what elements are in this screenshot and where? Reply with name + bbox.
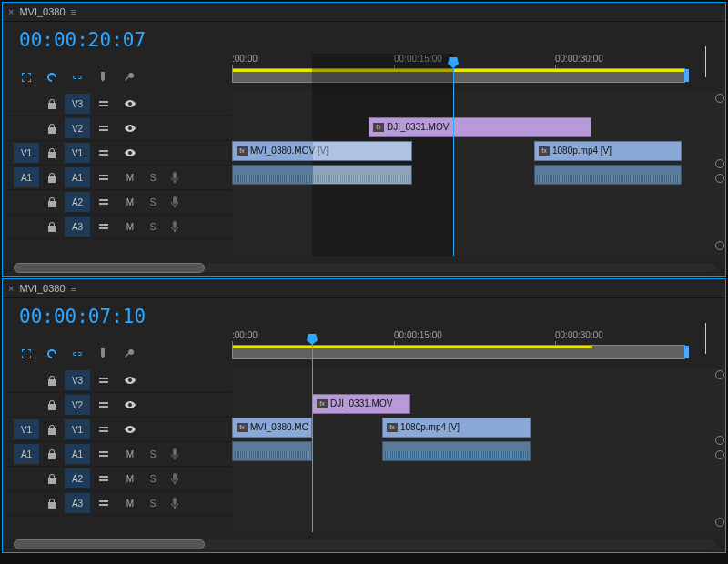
toggle-output-icon[interactable]: M <box>117 493 143 513</box>
sync-lock-icon[interactable] <box>90 493 117 513</box>
solo-button[interactable]: S <box>143 493 163 513</box>
source-patch[interactable] <box>14 370 39 390</box>
toggle-output-icon[interactable]: M <box>117 444 143 464</box>
timeline-tracks-area[interactable]: :00:0000:00:15:0000:00:30:00 fxDJI_0331.… <box>232 368 725 532</box>
track-lock[interactable] <box>39 94 65 114</box>
track-lock[interactable] <box>39 167 65 187</box>
track-lock[interactable] <box>39 444 65 464</box>
track-v2[interactable]: fxDJI_0331.MOV <box>232 116 725 139</box>
track-target[interactable]: A3 <box>65 217 90 237</box>
playhead[interactable] <box>312 339 313 532</box>
snap-icon[interactable] <box>39 343 65 365</box>
zoom-circle-icon[interactable] <box>715 94 724 103</box>
panel-menu-icon[interactable]: ≡ <box>66 283 82 294</box>
sync-lock-icon[interactable] <box>90 94 117 114</box>
timeline-clip[interactable]: fxDJI_0331.MOV <box>369 117 592 137</box>
panel-menu-icon[interactable]: ≡ <box>66 6 82 17</box>
zoom-circle-icon[interactable] <box>715 159 724 168</box>
close-icon[interactable]: × <box>3 283 19 294</box>
source-patch[interactable]: V1 <box>14 143 39 163</box>
playhead-handle[interactable] <box>307 334 318 345</box>
nest-icon[interactable] <box>14 66 39 88</box>
track-target[interactable]: A1 <box>65 444 90 464</box>
voice-record-icon[interactable] <box>163 192 187 212</box>
zoom-circle-icon[interactable] <box>715 174 724 183</box>
zoom-circle-icon[interactable] <box>715 370 724 379</box>
track-lock[interactable] <box>39 468 65 488</box>
track-v1[interactable]: fxMVI_0380.MOV [V] fx1080p.mp4 [V] <box>232 139 725 163</box>
track-lock[interactable] <box>39 118 65 138</box>
solo-button[interactable]: S <box>143 444 163 464</box>
playhead[interactable] <box>453 63 454 256</box>
track-target[interactable]: A1 <box>65 167 90 187</box>
sync-lock-icon[interactable] <box>90 167 117 187</box>
playhead-timecode[interactable]: 00:00:20:07 <box>3 22 725 58</box>
scrollbar-thumb[interactable] <box>14 263 205 273</box>
source-patch[interactable] <box>14 468 39 488</box>
voice-record-icon[interactable] <box>163 167 187 187</box>
timeline-clip[interactable]: fxMVI_0380.MOV [V] <box>232 141 412 161</box>
sync-lock-icon[interactable] <box>90 143 117 163</box>
sync-lock-icon[interactable] <box>90 444 117 464</box>
track-target[interactable]: V1 <box>65 419 90 439</box>
zoom-circle-icon[interactable] <box>715 518 724 527</box>
track-target[interactable]: A3 <box>65 493 90 513</box>
voice-record-icon[interactable] <box>163 217 187 237</box>
source-patch[interactable]: V1 <box>14 419 39 439</box>
settings-icon[interactable] <box>116 343 141 365</box>
timeline-clip[interactable]: fxMVI_0380.MO <box>232 418 312 438</box>
toggle-output-icon[interactable] <box>117 94 143 114</box>
source-patch[interactable]: A1 <box>14 444 39 464</box>
sequence-tab[interactable]: MVI_0380 <box>19 283 65 294</box>
nest-icon[interactable] <box>14 343 39 365</box>
source-patch[interactable]: A1 <box>14 167 39 187</box>
solo-button[interactable]: S <box>143 468 163 488</box>
sync-lock-icon[interactable] <box>90 419 117 439</box>
timeline-clip[interactable]: fx1080p.mp4 [V] <box>534 141 682 161</box>
track-a1[interactable] <box>232 439 725 463</box>
track-lock[interactable] <box>39 493 65 513</box>
solo-button[interactable]: S <box>143 217 163 237</box>
track-lock[interactable] <box>39 217 65 237</box>
track-v1[interactable]: fxMVI_0380.MO fx1080p.mp4 [V] <box>232 416 725 439</box>
track-target[interactable]: V2 <box>65 395 90 415</box>
sync-lock-icon[interactable] <box>90 217 117 237</box>
source-patch[interactable] <box>14 493 39 513</box>
toggle-output-icon[interactable]: M <box>117 217 143 237</box>
timeline-clip[interactable] <box>232 441 312 461</box>
work-area-bar[interactable] <box>232 68 685 83</box>
track-target[interactable]: A2 <box>65 192 90 212</box>
sync-lock-icon[interactable] <box>90 370 117 390</box>
track-target[interactable]: A2 <box>65 468 90 488</box>
toggle-output-icon[interactable] <box>117 395 143 415</box>
marker-icon[interactable] <box>90 343 116 365</box>
sync-lock-icon[interactable] <box>90 118 117 138</box>
track-lock[interactable] <box>39 370 65 390</box>
track-lock[interactable] <box>39 419 65 439</box>
source-patch[interactable] <box>14 217 39 237</box>
voice-record-icon[interactable] <box>163 444 187 464</box>
timeline-clip[interactable]: fx1080p.mp4 [V] <box>382 418 531 438</box>
close-icon[interactable]: × <box>3 6 19 17</box>
time-ruler[interactable]: :00:0000:00:15:0000:00:30:00 <box>232 330 716 343</box>
timeline-tracks-area[interactable]: :00:0000:00:15:0000:00:30:00 fxDJI_0331.… <box>232 92 725 256</box>
solo-button[interactable]: S <box>143 192 163 212</box>
settings-icon[interactable] <box>116 66 141 88</box>
track-target[interactable]: V3 <box>65 94 90 114</box>
linked-selection-icon[interactable] <box>65 66 90 88</box>
toggle-output-icon[interactable]: M <box>117 192 143 212</box>
track-lock[interactable] <box>39 395 65 415</box>
toggle-output-icon[interactable]: M <box>117 167 143 187</box>
timeline-zoom-scrollbar[interactable] <box>14 539 716 549</box>
work-area-handle[interactable] <box>684 69 689 82</box>
track-lock[interactable] <box>39 192 65 212</box>
source-patch[interactable] <box>14 118 39 138</box>
time-ruler[interactable]: :00:0000:00:15:0000:00:30:00 <box>232 54 716 66</box>
timeline-clip[interactable]: fxDJI_0331.MOV <box>312 394 410 414</box>
track-target[interactable]: V1 <box>65 143 90 163</box>
toggle-output-icon[interactable] <box>117 143 143 163</box>
voice-record-icon[interactable] <box>163 468 187 488</box>
timeline-clip[interactable] <box>534 165 682 185</box>
toggle-output-icon[interactable] <box>117 370 143 390</box>
work-area-bar[interactable] <box>232 345 685 359</box>
